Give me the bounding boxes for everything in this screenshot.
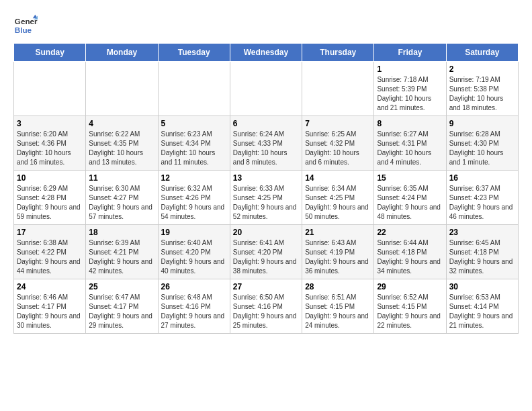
day-number: 13 — [233, 173, 299, 183]
calendar-cell — [302, 62, 374, 116]
calendar-cell: 27Sunrise: 6:50 AM Sunset: 4:16 PM Dayli… — [230, 279, 302, 334]
column-header-tuesday: Tuesday — [158, 44, 230, 62]
day-number: 27 — [233, 282, 299, 291]
day-info: Sunrise: 6:50 AM Sunset: 4:16 PM Dayligh… — [233, 293, 299, 330]
calendar-cell: 3Sunrise: 6:20 AM Sunset: 4:36 PM Daylig… — [14, 116, 86, 171]
day-info: Sunrise: 6:40 AM Sunset: 4:20 PM Dayligh… — [161, 238, 227, 276]
calendar-cell: 17Sunrise: 6:38 AM Sunset: 4:22 PM Dayli… — [14, 225, 86, 279]
day-number: 25 — [89, 282, 154, 291]
calendar-cell — [158, 62, 230, 116]
calendar-cell: 6Sunrise: 6:24 AM Sunset: 4:33 PM Daylig… — [230, 116, 302, 171]
column-header-sunday: Sunday — [14, 44, 86, 62]
day-number: 28 — [305, 282, 371, 291]
day-number: 16 — [449, 173, 515, 183]
day-info: Sunrise: 6:38 AM Sunset: 4:22 PM Dayligh… — [17, 238, 83, 276]
logo: General Blue — [13, 13, 38, 38]
day-info: Sunrise: 6:22 AM Sunset: 4:35 PM Dayligh… — [89, 130, 154, 167]
calendar-cell: 12Sunrise: 6:32 AM Sunset: 4:26 PM Dayli… — [158, 171, 230, 225]
calendar-cell: 1Sunrise: 7:18 AM Sunset: 5:39 PM Daylig… — [374, 62, 446, 116]
column-header-wednesday: Wednesday — [230, 44, 302, 62]
calendar-table: SundayMondayTuesdayWednesdayThursdayFrid… — [13, 43, 519, 334]
day-info: Sunrise: 6:43 AM Sunset: 4:19 PM Dayligh… — [305, 238, 371, 276]
day-number: 30 — [449, 282, 515, 291]
calendar-cell: 5Sunrise: 6:23 AM Sunset: 4:34 PM Daylig… — [158, 116, 230, 171]
day-info: Sunrise: 6:51 AM Sunset: 4:15 PM Dayligh… — [305, 293, 371, 330]
day-number: 17 — [17, 228, 83, 237]
calendar-cell — [86, 62, 158, 116]
column-header-thursday: Thursday — [302, 44, 374, 62]
calendar-cell: 20Sunrise: 6:41 AM Sunset: 4:20 PM Dayli… — [230, 225, 302, 279]
day-info: Sunrise: 6:20 AM Sunset: 4:36 PM Dayligh… — [17, 130, 83, 167]
calendar-cell: 22Sunrise: 6:44 AM Sunset: 4:18 PM Dayli… — [374, 225, 446, 279]
day-info: Sunrise: 6:24 AM Sunset: 4:33 PM Dayligh… — [233, 130, 299, 167]
day-info: Sunrise: 6:25 AM Sunset: 4:32 PM Dayligh… — [305, 130, 371, 167]
calendar-cell: 4Sunrise: 6:22 AM Sunset: 4:35 PM Daylig… — [86, 116, 158, 171]
day-number: 5 — [161, 119, 227, 128]
day-number: 15 — [377, 173, 443, 183]
day-number: 22 — [377, 228, 443, 237]
calendar-cell: 7Sunrise: 6:25 AM Sunset: 4:32 PM Daylig… — [302, 116, 374, 171]
day-number: 6 — [233, 119, 299, 128]
day-info: Sunrise: 6:35 AM Sunset: 4:24 PM Dayligh… — [377, 184, 443, 222]
day-number: 11 — [89, 173, 154, 183]
day-number: 12 — [161, 173, 227, 183]
day-number: 23 — [449, 228, 515, 237]
calendar-cell: 2Sunrise: 7:19 AM Sunset: 5:38 PM Daylig… — [446, 62, 518, 116]
day-number: 9 — [449, 119, 515, 128]
day-number: 3 — [17, 119, 83, 128]
calendar-cell: 26Sunrise: 6:48 AM Sunset: 4:16 PM Dayli… — [158, 279, 230, 334]
calendar-cell: 18Sunrise: 6:39 AM Sunset: 4:21 PM Dayli… — [86, 225, 158, 279]
calendar-cell: 24Sunrise: 6:46 AM Sunset: 4:17 PM Dayli… — [14, 279, 86, 334]
day-number: 14 — [305, 173, 371, 183]
day-info: Sunrise: 6:29 AM Sunset: 4:28 PM Dayligh… — [17, 184, 83, 222]
day-info: Sunrise: 6:23 AM Sunset: 4:34 PM Dayligh… — [161, 130, 227, 167]
day-info: Sunrise: 6:53 AM Sunset: 4:14 PM Dayligh… — [449, 293, 515, 330]
calendar-cell — [230, 62, 302, 116]
day-number: 8 — [377, 119, 443, 128]
day-info: Sunrise: 6:48 AM Sunset: 4:16 PM Dayligh… — [161, 293, 227, 330]
calendar-cell: 19Sunrise: 6:40 AM Sunset: 4:20 PM Dayli… — [158, 225, 230, 279]
day-number: 24 — [17, 282, 83, 291]
day-info: Sunrise: 6:47 AM Sunset: 4:17 PM Dayligh… — [89, 293, 154, 330]
calendar-cell: 15Sunrise: 6:35 AM Sunset: 4:24 PM Dayli… — [374, 171, 446, 225]
calendar-cell: 29Sunrise: 6:52 AM Sunset: 4:15 PM Dayli… — [374, 279, 446, 334]
day-number: 26 — [161, 282, 227, 291]
column-header-saturday: Saturday — [446, 44, 518, 62]
day-info: Sunrise: 6:32 AM Sunset: 4:26 PM Dayligh… — [161, 184, 227, 222]
day-info: Sunrise: 6:46 AM Sunset: 4:17 PM Dayligh… — [17, 293, 83, 330]
day-number: 4 — [89, 119, 154, 128]
calendar-cell: 30Sunrise: 6:53 AM Sunset: 4:14 PM Dayli… — [446, 279, 518, 334]
day-info: Sunrise: 7:19 AM Sunset: 5:38 PM Dayligh… — [449, 75, 515, 113]
column-header-monday: Monday — [86, 44, 158, 62]
day-info: Sunrise: 7:18 AM Sunset: 5:39 PM Dayligh… — [377, 75, 443, 113]
day-number: 20 — [233, 228, 299, 237]
calendar-cell: 10Sunrise: 6:29 AM Sunset: 4:28 PM Dayli… — [14, 171, 86, 225]
calendar-cell: 28Sunrise: 6:51 AM Sunset: 4:15 PM Dayli… — [302, 279, 374, 334]
day-number: 2 — [449, 64, 515, 74]
calendar-cell: 23Sunrise: 6:45 AM Sunset: 4:18 PM Dayli… — [446, 225, 518, 279]
column-header-friday: Friday — [374, 44, 446, 62]
day-number: 10 — [17, 173, 83, 183]
day-number: 7 — [305, 119, 371, 128]
calendar-cell: 21Sunrise: 6:43 AM Sunset: 4:19 PM Dayli… — [302, 225, 374, 279]
day-info: Sunrise: 6:34 AM Sunset: 4:25 PM Dayligh… — [305, 184, 371, 222]
calendar-cell — [14, 62, 86, 116]
day-info: Sunrise: 6:44 AM Sunset: 4:18 PM Dayligh… — [377, 238, 443, 276]
calendar-cell: 16Sunrise: 6:37 AM Sunset: 4:23 PM Dayli… — [446, 171, 518, 225]
calendar-cell: 9Sunrise: 6:28 AM Sunset: 4:30 PM Daylig… — [446, 116, 518, 171]
day-info: Sunrise: 6:39 AM Sunset: 4:21 PM Dayligh… — [89, 238, 154, 276]
day-number: 29 — [377, 282, 443, 291]
day-number: 19 — [161, 228, 227, 237]
calendar-cell: 25Sunrise: 6:47 AM Sunset: 4:17 PM Dayli… — [86, 279, 158, 334]
day-number: 21 — [305, 228, 371, 237]
day-info: Sunrise: 6:37 AM Sunset: 4:23 PM Dayligh… — [449, 184, 515, 222]
day-info: Sunrise: 6:45 AM Sunset: 4:18 PM Dayligh… — [449, 238, 515, 276]
calendar-cell: 11Sunrise: 6:30 AM Sunset: 4:27 PM Dayli… — [86, 171, 158, 225]
day-info: Sunrise: 6:33 AM Sunset: 4:25 PM Dayligh… — [233, 184, 299, 222]
calendar-cell: 14Sunrise: 6:34 AM Sunset: 4:25 PM Dayli… — [302, 171, 374, 225]
day-info: Sunrise: 6:27 AM Sunset: 4:31 PM Dayligh… — [377, 130, 443, 167]
day-info: Sunrise: 6:52 AM Sunset: 4:15 PM Dayligh… — [377, 293, 443, 330]
calendar-cell: 13Sunrise: 6:33 AM Sunset: 4:25 PM Dayli… — [230, 171, 302, 225]
calendar-cell: 8Sunrise: 6:27 AM Sunset: 4:31 PM Daylig… — [374, 116, 446, 171]
day-info: Sunrise: 6:28 AM Sunset: 4:30 PM Dayligh… — [449, 130, 515, 167]
